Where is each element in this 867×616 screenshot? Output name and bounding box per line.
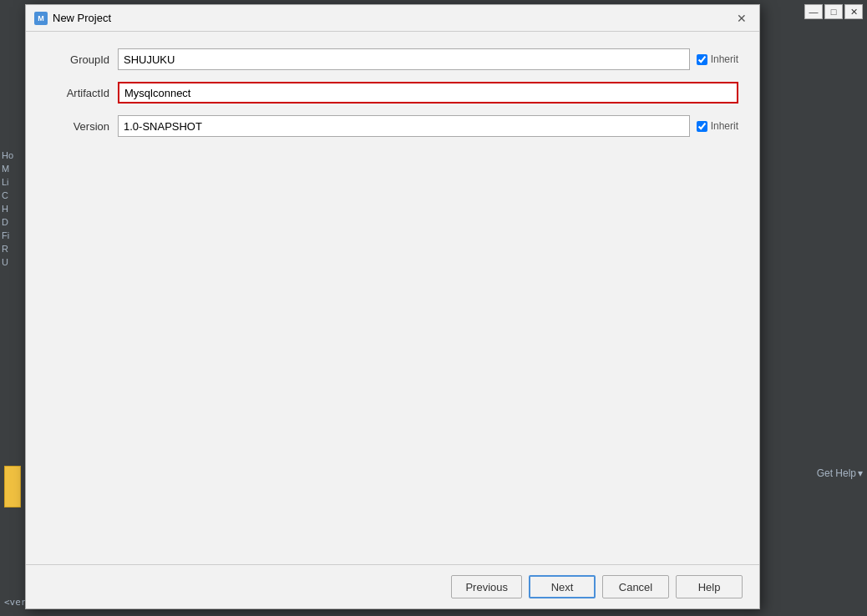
version-inherit-checkbox-container: Inherit xyxy=(697,120,738,132)
window-close-button[interactable]: ✕ xyxy=(844,4,863,19)
dialog-window-controls: ✕ xyxy=(733,9,751,28)
groupid-inherit-label: Inherit xyxy=(711,53,738,65)
version-inherit-label: Inherit xyxy=(711,120,738,132)
version-input[interactable] xyxy=(118,115,690,137)
get-help-dropdown-icon: ▾ xyxy=(858,467,863,479)
artifactid-row: ArtifactId xyxy=(47,82,738,104)
dialog-icon-label: M xyxy=(38,14,44,23)
left-panel-item[interactable]: R xyxy=(2,244,20,254)
minimize-button[interactable]: — xyxy=(804,4,823,19)
left-panel-item[interactable]: Fi xyxy=(2,230,20,240)
left-panel: Ho M Li C H D Fi R U xyxy=(2,150,20,267)
left-panel-item[interactable]: D xyxy=(2,217,20,227)
previous-button[interactable]: Previous xyxy=(451,575,522,598)
groupid-label: GroupId xyxy=(47,53,118,66)
get-help-label: Get Help xyxy=(817,467,856,479)
maximize-button[interactable]: □ xyxy=(824,4,843,19)
left-panel-item[interactable]: Ho xyxy=(2,150,20,160)
dialog-content: GroupId Inherit ArtifactId Version xyxy=(26,32,759,564)
groupid-inherit-checkbox-container: Inherit xyxy=(697,53,738,65)
dialog-titlebar: M New Project ✕ xyxy=(26,5,759,32)
help-button[interactable]: Help xyxy=(676,575,743,598)
version-row: Version Inherit xyxy=(47,115,738,137)
groupid-input[interactable] xyxy=(118,48,690,70)
yellow-highlight-item xyxy=(4,466,21,507)
artifactid-input[interactable] xyxy=(118,82,738,104)
window-controls: — □ ✕ xyxy=(804,4,863,19)
right-panel: Get Help ▾ xyxy=(758,467,867,479)
groupid-input-container: Inherit xyxy=(118,48,738,70)
left-panel-item[interactable]: C xyxy=(2,190,20,200)
cancel-button[interactable]: Cancel xyxy=(602,575,669,598)
left-panel-item[interactable]: Li xyxy=(2,177,20,187)
left-panel-item[interactable]: U xyxy=(2,257,20,267)
next-button[interactable]: Next xyxy=(529,575,596,598)
artifactid-label: ArtifactId xyxy=(47,87,118,99)
dialog-title: New Project xyxy=(53,12,733,24)
groupid-inherit-checkbox[interactable] xyxy=(697,54,707,65)
version-inherit-checkbox[interactable] xyxy=(697,121,707,132)
dialog-footer: Previous Next Cancel Help xyxy=(26,564,759,608)
version-label: Version xyxy=(47,120,118,133)
dialog-close-button[interactable]: ✕ xyxy=(733,9,751,28)
artifactid-input-container xyxy=(118,82,738,104)
left-panel-item[interactable]: M xyxy=(2,164,20,174)
new-project-dialog: M New Project ✕ GroupId Inherit Artifact… xyxy=(25,4,760,609)
get-help-link[interactable]: Get Help ▾ xyxy=(817,467,863,479)
dialog-icon: M xyxy=(34,12,48,25)
left-panel-item[interactable]: H xyxy=(2,204,20,214)
version-input-container: Inherit xyxy=(118,115,738,137)
groupid-row: GroupId Inherit xyxy=(47,48,738,70)
